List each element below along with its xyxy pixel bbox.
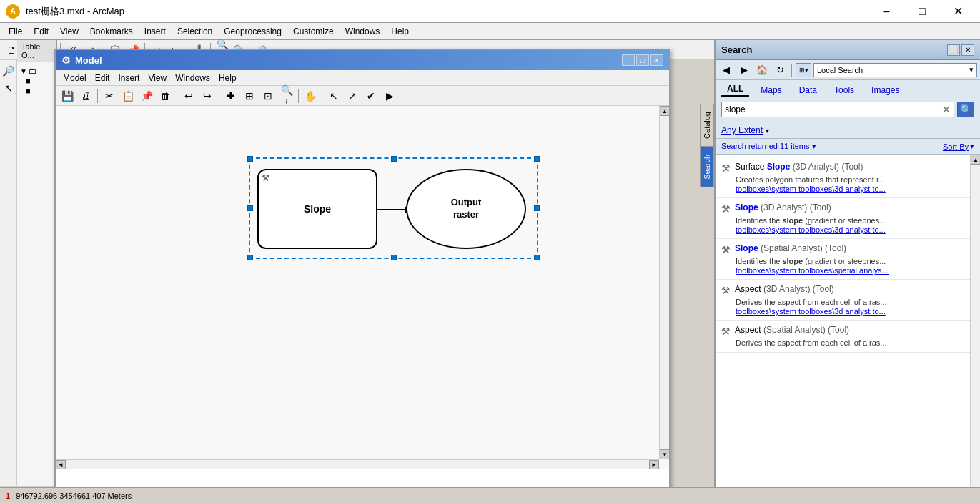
catalog-tab[interactable]: Catalog <box>700 104 714 147</box>
results-count-link[interactable]: Search returned 11 items ▾ <box>721 142 816 151</box>
search-clear-button[interactable]: ✕ <box>942 104 951 115</box>
model-add-btn[interactable]: ✚ <box>222 88 239 104</box>
model-pointer-btn[interactable]: ↖ <box>325 88 342 104</box>
model-close-button[interactable]: × <box>650 54 663 66</box>
scroll-left-btn[interactable]: ◄ <box>56 460 66 470</box>
result-title-after-2: (3D Analyst) (Tool) <box>758 202 831 213</box>
menu-help[interactable]: Help <box>385 25 415 38</box>
result-item-1[interactable]: ⚒ Surface Slope (3D Analyst) (Tool) Crea… <box>716 157 980 198</box>
menu-edit[interactable]: Edit <box>28 25 54 38</box>
close-button[interactable]: ✕ <box>941 0 974 23</box>
result-tool-icon: ⚒ <box>721 244 731 255</box>
scroll-down-btn[interactable]: ▼ <box>660 449 669 459</box>
result-desc-2: Identifies the slope (gradient or steepn… <box>736 216 974 225</box>
menu-customize[interactable]: Customize <box>287 25 340 38</box>
output-raster-ellipse[interactable]: Outputraster <box>406 169 526 249</box>
tab-tools[interactable]: Tools <box>828 84 860 97</box>
menu-geoprocessing[interactable]: Geoprocessing <box>218 25 287 38</box>
menu-view[interactable]: View <box>54 25 84 38</box>
tab-data[interactable]: Data <box>793 84 823 97</box>
search-forward-button[interactable]: ▶ <box>736 63 752 77</box>
results-scroll-up[interactable]: ▲ <box>971 155 980 165</box>
toolbar-separator <box>177 89 177 103</box>
scroll-right-btn[interactable]: ► <box>649 460 659 470</box>
model-save-btn[interactable]: 💾 <box>59 88 76 104</box>
model-title-bar: ⚙ Model _ □ × <box>56 50 669 70</box>
search-grid-view-button[interactable]: ⊞▾ <box>796 63 811 77</box>
model-canvas[interactable]: ⚒ Slope Outputraster ▲ ▼ ◄ ► <box>56 106 669 469</box>
model-pan-btn[interactable]: ✋ <box>302 88 319 104</box>
result-item-3[interactable]: ⚒ Slope (Spatial Analyst) (Tool) Identif… <box>716 239 980 280</box>
model-delete-btn[interactable]: 🗑 <box>157 88 174 104</box>
model-menu-model[interactable]: Model <box>59 72 91 84</box>
menu-file[interactable]: File <box>3 25 28 38</box>
model-toolbar: 💾 🖨 ✂ 📋 📌 🗑 ↩ ↪ ✚ ⊞ ⊡ 🔍+ ✋ ↖ ↗ ✔ ▶ <box>56 86 669 106</box>
search-input-area: slope ✕ 🔍 <box>716 97 980 122</box>
search-input-value[interactable]: slope <box>725 104 746 114</box>
result-title-5: Aspect (Spatial Analyst) (Tool) <box>735 325 849 336</box>
model-maximize-button[interactable]: □ <box>636 54 649 66</box>
menu-insert[interactable]: Insert <box>139 25 172 38</box>
search-back-button[interactable]: ◀ <box>718 63 734 77</box>
search-extent-filter[interactable]: Any Extent <box>721 125 763 135</box>
model-menu-edit[interactable]: Edit <box>91 72 114 84</box>
model-fit-btn[interactable]: ⊡ <box>259 88 277 104</box>
model-menu-view[interactable]: View <box>144 72 171 84</box>
search-go-button[interactable]: 🔍 <box>957 102 974 117</box>
model-menu-bar: Model Edit Insert View Windows Help <box>56 70 669 86</box>
model-cut-btn[interactable]: ✂ <box>101 88 118 104</box>
sort-by-button[interactable]: Sort By ▾ <box>943 142 974 151</box>
result-tool-icon: ⚒ <box>721 162 731 174</box>
search-refresh-button[interactable]: ↻ <box>772 63 788 77</box>
toc-item[interactable]: ▼ 🗀 <box>20 67 54 75</box>
tab-maps[interactable]: Maps <box>755 84 787 97</box>
canvas-vscrollbar[interactable]: ▲ ▼ <box>659 106 669 459</box>
result-path-4[interactable]: toolboxes\system toolboxes\3d analyst to… <box>736 307 974 316</box>
toc-item[interactable]: ■ <box>26 77 54 85</box>
scroll-up-btn[interactable]: ▲ <box>660 106 669 116</box>
search-tab-button[interactable]: Search <box>700 147 714 187</box>
model-run-btn[interactable]: ▶ <box>381 88 398 104</box>
slope-process-box[interactable]: ⚒ Slope <box>257 169 377 249</box>
zoom-full-button[interactable]: 🔎 <box>1 63 16 79</box>
select-tool-button[interactable]: ↖ <box>1 80 16 96</box>
menu-windows[interactable]: Windows <box>340 25 386 38</box>
model-copy-btn[interactable]: 📋 <box>119 88 137 104</box>
search-home-button[interactable]: 🏠 <box>754 63 770 77</box>
results-vscrollbar[interactable]: ▲ ▼ <box>970 155 980 503</box>
model-undo-btn[interactable]: ↩ <box>180 88 197 104</box>
sort-by-label: Sort By <box>943 142 969 151</box>
model-select-btn[interactable]: ⊞ <box>241 88 258 104</box>
results-dropdown-icon: ▾ <box>812 142 816 150</box>
minimize-button[interactable]: – <box>870 0 903 23</box>
canvas-hscrollbar[interactable]: ◄ ► <box>56 459 659 469</box>
tab-all[interactable]: ALL <box>721 82 749 97</box>
maximize-button[interactable]: □ <box>906 0 939 23</box>
model-paste-btn[interactable]: 📌 <box>138 88 155 104</box>
result-item-5[interactable]: ⚒ Aspect (Spatial Analyst) (Tool) Derive… <box>716 321 980 353</box>
result-path-2[interactable]: toolboxes\system toolboxes\3d analyst to… <box>736 225 974 234</box>
result-path-1[interactable]: toolboxes\system toolboxes\3d analyst to… <box>736 185 974 193</box>
toc-tab[interactable]: Table O... <box>17 40 56 62</box>
model-connect-btn[interactable]: ↗ <box>344 88 361 104</box>
result-item-2[interactable]: ⚒ Slope (3D Analyst) (Tool) Identifies t… <box>716 198 980 239</box>
model-validate-btn[interactable]: ✔ <box>362 88 380 104</box>
results-scroll-track <box>971 165 980 493</box>
result-tool-icon: ⚒ <box>721 203 731 215</box>
search-close-button[interactable]: ✕ <box>961 44 974 56</box>
menu-selection[interactable]: Selection <box>172 25 218 38</box>
model-menu-insert[interactable]: Insert <box>114 72 144 84</box>
model-print-btn[interactable]: 🖨 <box>77 88 94 104</box>
model-redo-btn[interactable]: ↪ <box>199 88 216 104</box>
result-item-4[interactable]: ⚒ Aspect (3D Analyst) (Tool) Derives the… <box>716 280 980 321</box>
search-restore-button[interactable]: ⬜ <box>947 44 960 56</box>
model-menu-windows[interactable]: Windows <box>171 72 214 84</box>
toc-item[interactable]: ■ <box>26 87 54 95</box>
search-scope-dropdown[interactable]: Local Search ▾ <box>813 63 977 77</box>
model-minimize-button[interactable]: _ <box>622 54 635 66</box>
tab-images[interactable]: Images <box>866 84 905 97</box>
menu-bookmarks[interactable]: Bookmarks <box>84 25 139 38</box>
model-menu-help[interactable]: Help <box>214 72 241 84</box>
model-zoom-in-btn[interactable]: 🔍+ <box>278 88 295 104</box>
result-path-3[interactable]: toolboxes\system toolboxes\spatial analy… <box>736 266 974 275</box>
